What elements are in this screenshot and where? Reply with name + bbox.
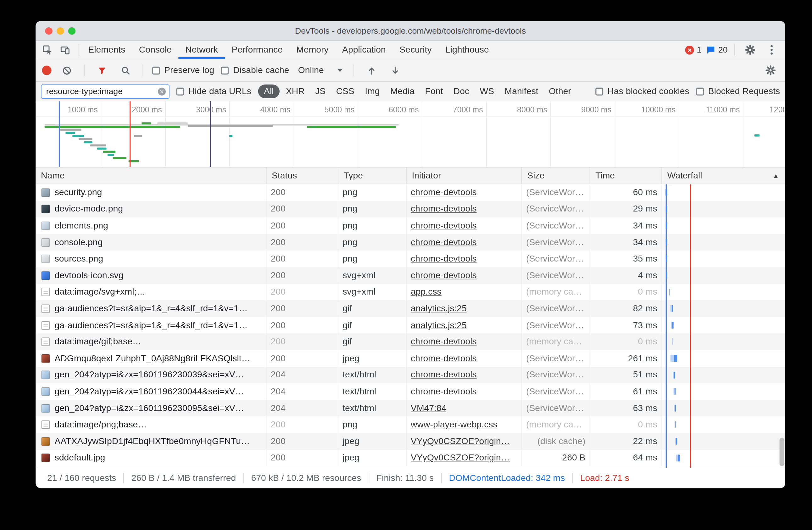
timeline-label: 8000 ms bbox=[517, 105, 547, 114]
initiator-link[interactable]: chrome-devtools bbox=[411, 221, 477, 231]
settings-gear-icon[interactable] bbox=[742, 42, 758, 58]
filter-pill-css[interactable]: CSS bbox=[332, 85, 359, 98]
clear-filter-icon[interactable]: × bbox=[158, 87, 166, 95]
close-window-button[interactable] bbox=[45, 27, 52, 34]
table-row[interactable]: security.png200pngchrome-devtools(Servic… bbox=[35, 184, 785, 201]
table-row[interactable]: devtools-icon.svg200svg+xmlchrome-devtoo… bbox=[35, 267, 785, 284]
preserve-log-checkbox[interactable]: Preserve log bbox=[152, 65, 215, 75]
column-header-type[interactable]: Type bbox=[338, 167, 407, 184]
network-settings-gear-icon[interactable] bbox=[762, 62, 779, 78]
search-icon[interactable] bbox=[117, 62, 134, 78]
filter-pill-font[interactable]: Font bbox=[421, 85, 447, 98]
initiator-link[interactable]: chrome-devtools bbox=[411, 387, 477, 397]
filter-pill-all[interactable]: All bbox=[258, 85, 279, 98]
table-row[interactable]: gen_204?atyp=i&zx=1601196230044&sei=xV…2… bbox=[35, 383, 785, 400]
table-row[interactable]: device-mode.png200pngchrome-devtools(Ser… bbox=[35, 201, 785, 218]
tab-console[interactable]: Console bbox=[132, 41, 178, 59]
table-row[interactable]: ga-audiences?t=sr&aip=1&_r=4&slf_rd=1&v=… bbox=[35, 300, 785, 317]
clear-network-log-icon[interactable] bbox=[58, 62, 75, 78]
network-toolbar: Preserve log Disable cache Online bbox=[35, 59, 785, 82]
has-blocked-cookies-checkbox[interactable]: Has blocked cookies bbox=[595, 86, 689, 97]
inspect-element-icon[interactable] bbox=[39, 42, 55, 58]
export-har-icon[interactable] bbox=[387, 62, 404, 78]
zoom-window-button[interactable] bbox=[68, 27, 75, 34]
tab-memory[interactable]: Memory bbox=[290, 41, 336, 59]
table-row[interactable]: sources.png200pngchrome-devtools(Service… bbox=[35, 251, 785, 267]
table-row[interactable]: gen_204?atyp=i&zx=1601196230095&sei=xV…2… bbox=[35, 400, 785, 417]
filter-pill-doc[interactable]: Doc bbox=[449, 85, 473, 98]
filter-pill-other[interactable]: Other bbox=[545, 85, 576, 98]
tab-security[interactable]: Security bbox=[393, 41, 439, 59]
table-row[interactable]: AATXAJywSIpD1jf4EbqHXTfbe0mnyHqGFNTu…200… bbox=[35, 433, 785, 450]
initiator-link[interactable]: VYyQv0CSZOE?origin… bbox=[411, 452, 510, 463]
import-har-icon[interactable] bbox=[363, 62, 380, 78]
request-name: AATXAJywSIpD1jf4EbqHXTfbe0mnyHqGFNTu… bbox=[54, 436, 250, 447]
cell-size: (ServiceWor… bbox=[522, 317, 590, 334]
timeline-label: 3000 ms bbox=[196, 105, 226, 114]
initiator-link[interactable]: chrome-devtools bbox=[411, 353, 477, 363]
filter-pill-img[interactable]: Img bbox=[361, 85, 384, 98]
filter-pill-ws[interactable]: WS bbox=[476, 85, 498, 98]
tab-lighthouse[interactable]: Lighthouse bbox=[438, 41, 496, 59]
filter-funnel-icon[interactable] bbox=[93, 62, 110, 78]
initiator-link[interactable]: chrome-devtools bbox=[411, 237, 477, 247]
table-row[interactable]: sddefault.jpg200jpegVYyQv0CSZOE?origin…2… bbox=[35, 450, 785, 466]
table-row[interactable]: ADGmqu8qexLZuhphT_0Aj88Ng8riLFKASQlslt…2… bbox=[35, 350, 785, 367]
table-row[interactable]: data:image/png;base…200pngwww-player-web… bbox=[35, 416, 785, 433]
table-row[interactable]: gen_204?atyp=i&zx=1601196230039&sei=xV…2… bbox=[35, 367, 785, 383]
initiator-link[interactable]: chrome-devtools bbox=[411, 254, 477, 264]
table-row[interactable]: console.png200pngchrome-devtools(Service… bbox=[35, 234, 785, 251]
table-row[interactable]: ga-audiences?t=sr&aip=1&_r=4&slf_rd=1&v=… bbox=[35, 317, 785, 334]
column-header-status[interactable]: Status bbox=[266, 167, 338, 184]
initiator-link[interactable]: chrome-devtools bbox=[411, 336, 477, 347]
devtools-window: DevTools - developers.google.com/web/too… bbox=[35, 21, 785, 488]
timeline-label: 5000 ms bbox=[324, 105, 355, 114]
record-network-log-icon[interactable] bbox=[42, 66, 51, 75]
hide-data-urls-label: Hide data URLs bbox=[188, 86, 251, 97]
column-header-initiator[interactable]: Initiator bbox=[407, 167, 522, 184]
filter-pill-js[interactable]: JS bbox=[311, 85, 330, 98]
column-header-time[interactable]: Time bbox=[590, 167, 662, 184]
column-header-waterfall[interactable]: Waterfall▲ bbox=[662, 167, 785, 184]
table-row[interactable]: data:image/gif;base…200gifchrome-devtool… bbox=[35, 334, 785, 350]
panel-tabs: ElementsConsoleNetworkPerformanceMemoryA… bbox=[82, 41, 496, 59]
tab-performance[interactable]: Performance bbox=[225, 41, 290, 59]
initiator-link[interactable]: VYyQv0CSZOE?origin… bbox=[411, 436, 510, 447]
filter-pill-xhr[interactable]: XHR bbox=[282, 85, 309, 98]
cell-initiator: chrome-devtools bbox=[407, 334, 522, 350]
initiator-link[interactable]: analytics.js:25 bbox=[411, 320, 467, 331]
filter-input[interactable] bbox=[41, 84, 170, 98]
minimize-window-button[interactable] bbox=[57, 27, 64, 34]
cell-type: png bbox=[338, 184, 407, 201]
initiator-link[interactable]: analytics.js:25 bbox=[411, 303, 467, 314]
initiator-link[interactable]: www-player-webp.css bbox=[411, 420, 497, 430]
initiator-link[interactable]: app.css bbox=[411, 287, 441, 297]
throttling-select[interactable]: Online bbox=[296, 65, 345, 75]
initiator-link[interactable]: VM47:84 bbox=[411, 403, 447, 413]
column-header-name[interactable]: Name bbox=[35, 167, 266, 184]
table-row[interactable]: data:image/svg+xml;…200svg+xmlapp.css(me… bbox=[35, 284, 785, 301]
error-badge[interactable]: × 1 bbox=[685, 45, 701, 54]
tab-network[interactable]: Network bbox=[179, 41, 225, 59]
status-item-5: DOMContentLoaded: 342 ms bbox=[441, 473, 572, 484]
filter-pill-manifest[interactable]: Manifest bbox=[501, 85, 542, 98]
cell-size: (ServiceWor… bbox=[522, 234, 590, 251]
network-overview-timeline[interactable]: 1000 ms2000 ms3000 ms4000 ms5000 ms6000 … bbox=[35, 101, 785, 167]
tab-application[interactable]: Application bbox=[335, 41, 392, 59]
cell-initiator: chrome-devtools bbox=[407, 267, 522, 284]
initiator-link[interactable]: chrome-devtools bbox=[411, 187, 477, 198]
tab-elements[interactable]: Elements bbox=[82, 41, 132, 59]
device-toolbar-icon[interactable] bbox=[57, 42, 73, 58]
initiator-link[interactable]: chrome-devtools bbox=[411, 370, 477, 380]
blocked-requests-checkbox[interactable]: Blocked Requests bbox=[696, 86, 780, 97]
kebab-menu-icon[interactable] bbox=[763, 42, 780, 58]
initiator-link[interactable]: chrome-devtools bbox=[411, 204, 477, 214]
initiator-link[interactable]: chrome-devtools bbox=[411, 270, 477, 281]
column-header-size[interactable]: Size bbox=[522, 167, 590, 184]
vertical-scrollbar[interactable] bbox=[780, 438, 784, 466]
disable-cache-checkbox[interactable]: Disable cache bbox=[221, 65, 289, 75]
hide-data-urls-checkbox[interactable]: Hide data URLs bbox=[176, 86, 251, 97]
table-row[interactable]: elements.png200pngchrome-devtools(Servic… bbox=[35, 218, 785, 234]
issues-badge[interactable]: 20 bbox=[706, 45, 727, 54]
filter-pill-media[interactable]: Media bbox=[386, 85, 419, 98]
